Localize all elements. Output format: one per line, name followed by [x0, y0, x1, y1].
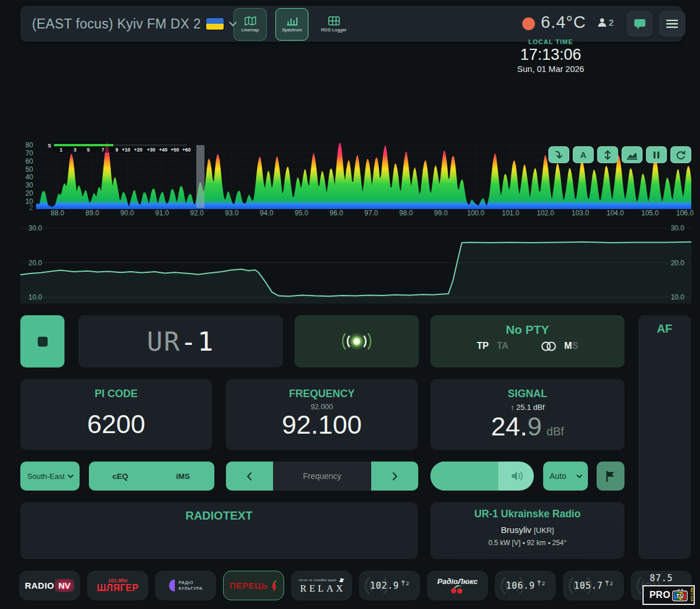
ps-name-panel: UR-1 [78, 315, 283, 367]
auto-scale-button[interactable]: A [573, 146, 594, 163]
svg-text:104.0: 104.0 [606, 209, 624, 217]
stereo-icon [541, 341, 557, 351]
svg-text:99.0: 99.0 [434, 209, 448, 217]
frequency-label: FREQUENCY [289, 388, 354, 400]
preset-lux[interactable]: РадіоЛюкс [427, 571, 488, 600]
play-stop-button[interactable] [20, 315, 64, 367]
svg-text:92.0: 92.0 [190, 209, 204, 217]
ukraine-flag-icon [206, 18, 224, 30]
local-date: Sun, 01 Mar 2026 [493, 64, 609, 74]
bird-icon [339, 578, 344, 582]
svg-text:94.0: 94.0 [260, 209, 274, 217]
transmitter-badge: 2 [401, 581, 409, 586]
table-icon [328, 16, 340, 26]
logo: РадіоЛюкс [437, 578, 478, 594]
svg-text:91.0: 91.0 [155, 209, 169, 217]
spectrum-toolbar: A [548, 146, 691, 163]
preset-frequency: 106.9 [506, 581, 535, 591]
report-flag-button[interactable] [597, 462, 624, 491]
status-dot [522, 17, 535, 30]
tv-text: TV [676, 593, 685, 600]
protv-watermark: PRO TV NET.UA [642, 585, 695, 605]
signal-unit: dBf [547, 425, 564, 438]
preset-perets[interactable]: ПЕРЕЦЬ [223, 571, 284, 600]
pin-down-button[interactable] [548, 146, 569, 163]
refresh-button[interactable] [670, 146, 691, 163]
logo: легко та спокійно радіо RELAX [299, 578, 344, 593]
svg-text:+60: +60 [182, 147, 191, 153]
map-icon [245, 16, 256, 26]
s-meter: S 13579+10+20+30+40+50+60 [48, 142, 191, 153]
preset-kultura[interactable]: РАДІОКУЛЬТУРА [155, 571, 216, 600]
spectrum-button[interactable]: Spectrum [275, 8, 308, 41]
graph-style-button[interactable] [622, 146, 642, 163]
station-country: [UKR] [534, 526, 554, 535]
menu-button[interactable] [659, 10, 685, 37]
server-selector[interactable]: (EAST focus) Kyiv FM DX 2 [32, 6, 237, 42]
chevron-right-icon [392, 472, 397, 481]
ceq-toggle[interactable]: cEQ [89, 472, 152, 481]
logo: РАДІОКУЛЬТУРА [169, 579, 203, 592]
logo: ПЕРЕЦЬ [229, 579, 278, 592]
area-chart-icon [626, 150, 638, 160]
preset-radio-nv[interactable]: RADIONV [19, 571, 80, 600]
svg-text:80: 80 [26, 141, 34, 149]
antenna-select[interactable]: South-East [20, 462, 80, 491]
svg-text:93.0: 93.0 [225, 209, 239, 217]
signal-peak: ↑ 25.1 dBf [511, 403, 545, 412]
local-time-label: LOCAL TIME [493, 38, 609, 45]
radiotext-label: RADIOTEXT [20, 509, 418, 522]
peak-arrow-icon: ↑ [511, 403, 515, 412]
ims-toggle[interactable]: iMS [152, 472, 214, 481]
transmitter-panel: UR-1 Ukrainske Radio Brusyliv [UKR] 0.5 … [430, 502, 624, 559]
svg-text:106.0: 106.0 [676, 209, 694, 217]
preset-frequency: 102.9 [370, 581, 399, 591]
svg-text:20.0: 20.0 [28, 259, 42, 267]
livemap-button[interactable]: Livemap [234, 8, 267, 41]
fit-vertical-icon [601, 150, 614, 160]
preset-relax[interactable]: легко та спокійно радіо RELAX [291, 571, 352, 600]
svg-text:3: 3 [74, 147, 77, 153]
svg-text:2: 2 [29, 204, 33, 212]
broadcast-signal-icon [338, 329, 375, 354]
logo-text-accent: NV [55, 579, 75, 592]
svg-text:100.0: 100.0 [467, 209, 484, 217]
svg-text:30.0: 30.0 [28, 224, 42, 232]
chat-icon [634, 19, 646, 30]
volume-slider[interactable] [430, 462, 534, 491]
logo-text: RADIO [25, 581, 55, 590]
preset-shlyager[interactable]: 101.9fmШЛЯГЕР [87, 571, 148, 600]
protv-text: PRO [649, 590, 670, 600]
spectrum-label: Spectrum [282, 27, 301, 33]
preset-102.9[interactable]: 102.92 [359, 571, 420, 600]
auto-scale-icon: A [577, 150, 590, 160]
station-location: Brusyliv [UKR] [430, 525, 624, 535]
preset-106.9[interactable]: 106.92 [495, 571, 556, 600]
fit-vertical-button[interactable] [597, 146, 618, 163]
chevron-down-icon [67, 474, 74, 478]
local-time-block: LOCAL TIME 17:13:06 Sun, 01 Mar 2026 [493, 38, 609, 74]
preset-105.7[interactable]: 105.72 [563, 571, 624, 600]
svg-text:60: 60 [26, 157, 34, 165]
rds-logger-button[interactable]: RDS Logger [317, 8, 350, 41]
chat-button[interactable] [626, 10, 653, 37]
logo-text: 101.9fmШЛЯГЕР [96, 578, 138, 593]
svg-text:88.0: 88.0 [51, 209, 64, 217]
chili-pepper-icon [270, 579, 278, 592]
speaker-icon [511, 470, 525, 482]
tune-down-button[interactable] [226, 462, 273, 491]
tune-up-button[interactable] [371, 462, 418, 491]
mode-select[interactable]: Auto [543, 462, 588, 491]
listener-count: 2 [597, 17, 613, 27]
volume-fill [430, 462, 498, 491]
stop-icon [38, 337, 48, 347]
netua-text: NET.UA [690, 588, 694, 602]
refresh-icon [674, 150, 687, 160]
frequency-input[interactable] [273, 462, 371, 491]
ps-dim: UR [147, 326, 181, 357]
pi-code-label: PI CODE [95, 388, 138, 400]
frequency-value: 92.100 [282, 411, 362, 438]
chevron-down-icon [576, 474, 583, 478]
pi-code-value: 6200 [87, 410, 145, 438]
pause-button[interactable] [646, 146, 667, 163]
